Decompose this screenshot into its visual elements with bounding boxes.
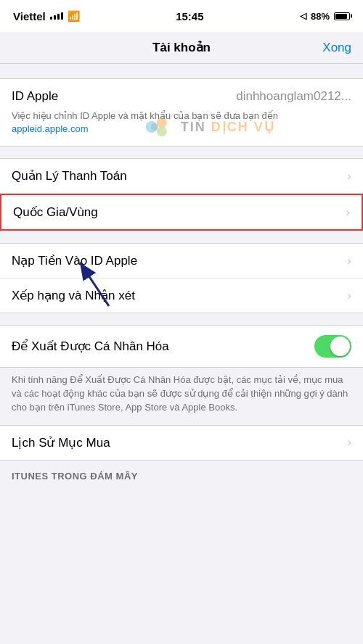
signal-bar-3 (57, 14, 60, 20)
apple-id-link[interactable]: appleid.apple.com (12, 123, 89, 134)
battery-container (334, 12, 350, 20)
menu-row-xep-hang[interactable]: Xếp hạng và Nhận xét › (0, 278, 363, 313)
apple-id-row: ID Apple dinhhoanglam0212... (12, 89, 351, 104)
toggle-switch[interactable] (314, 335, 351, 358)
chevron-icon: › (347, 435, 351, 450)
menu-section-2: Nạp Tiền Vào ID Apple › Xếp hạng và Nhận… (0, 243, 363, 313)
status-right: ◁ 88% (300, 11, 350, 22)
signal-bar-1 (50, 17, 52, 20)
nav-title: Tài khoản (152, 40, 211, 55)
toggle-section: Để Xuất Được Cá Nhân Hóa (0, 325, 363, 368)
battery-fill (335, 14, 347, 19)
toggle-label: Để Xuất Được Cá Nhân Hóa (12, 339, 314, 354)
apple-id-label: ID Apple (12, 89, 58, 104)
nav-done-button[interactable]: Xong (322, 41, 351, 55)
carrier-label: Viettel (13, 10, 46, 22)
footer-section-label: ITUNES TRONG ĐÁM MÂY (0, 461, 363, 486)
menu-row-lich-su[interactable]: Lịch Sử Mục Mua › (0, 426, 363, 460)
battery-icon (334, 12, 350, 20)
status-time: 15:45 (176, 10, 203, 22)
apple-id-value: dinhhoanglam0212... (236, 89, 351, 104)
chevron-icon: › (346, 205, 350, 220)
menu-section-1: Quản Lý Thanh Toán › Quốc Gia/Vùng › (0, 158, 363, 231)
menu-row-nap-tien[interactable]: Nạp Tiền Vào ID Apple › (0, 244, 363, 278)
chevron-icon: › (347, 289, 351, 303)
battery-percent: 88% (311, 11, 330, 22)
menu-row-quoc-gia-vung[interactable]: Quốc Gia/Vùng › (0, 194, 363, 231)
wifi-icon: 📶 (68, 10, 80, 22)
apple-id-desc: Việc hiệu chỉnh ID Apple và mật khẩu của… (12, 110, 351, 136)
menu-row-quan-ly-thanh-toan[interactable]: Quản Lý Thanh Toán › (0, 159, 363, 194)
toggle-row: Để Xuất Được Cá Nhân Hóa (0, 326, 363, 367)
signal-bars (50, 12, 63, 20)
chevron-icon: › (347, 254, 351, 268)
signal-bar-2 (54, 15, 56, 20)
toggle-description: Khi tính năng Để Xuất Được Cá Nhân Hóa đ… (0, 368, 363, 425)
nav-bar: Tài khoản Xong (0, 32, 363, 64)
apple-id-section[interactable]: ID Apple dinhhoanglam0212... Việc hiệu c… (0, 78, 363, 146)
status-left: Viettel 📶 (13, 10, 80, 22)
bottom-section: Lịch Sử Mục Mua › (0, 425, 363, 461)
chevron-icon: › (347, 169, 351, 183)
status-bar: Viettel 📶 15:45 ◁ 88% (0, 0, 363, 32)
location-icon: ◁ (300, 11, 306, 21)
signal-bar-4 (61, 12, 63, 20)
